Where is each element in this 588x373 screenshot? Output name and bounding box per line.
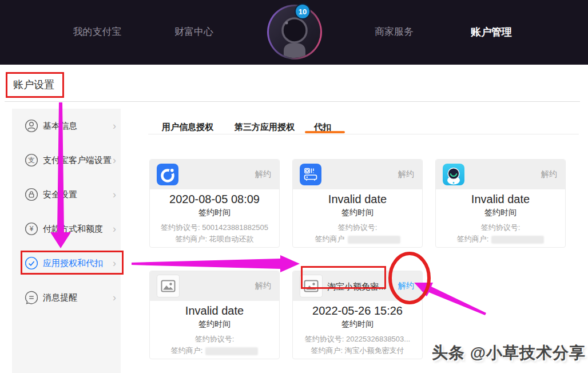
- signing-date-label: 签约时间: [436, 208, 565, 218]
- message-icon: [25, 291, 38, 304]
- signing-date-label: 签约时间: [150, 208, 279, 218]
- page-title: 账户设置: [13, 78, 54, 92]
- nav-item-wealth-center[interactable]: 财富中心: [174, 25, 213, 38]
- chevron-right-icon: ›: [113, 189, 116, 200]
- redacted-merchant-value: [491, 236, 544, 244]
- withholding-card-2: 解约 Invalid date 签约时间 签约协议号: 签约商户: [292, 159, 423, 248]
- robot-app-icon: [443, 164, 464, 185]
- sidebar-item-app-authorization[interactable]: 应用授权和代扣 ›: [12, 252, 121, 275]
- annotation-arrow-right: [132, 255, 300, 272]
- svg-text:¥: ¥: [29, 225, 34, 233]
- nav-item-merchant-services[interactable]: 商家服务: [375, 25, 414, 38]
- withholding-card-3: 解约 Invalid date 签约时间 签约协议号: 签约商户:: [435, 159, 566, 248]
- tab-divider: [148, 134, 579, 134]
- sidebar-item-client-settings[interactable]: 支 支付宝客户端设置 ›: [12, 149, 121, 172]
- withholding-card-taobao: 淘宝小额免密... 解约 2022-05-26 15:26 签约时间 签约协议号…: [292, 271, 423, 359]
- nav-item-account-management[interactable]: 账户管理: [471, 25, 512, 39]
- merchant-line: 签约商户: 淘宝小额免密支付: [293, 346, 422, 356]
- sidebar-item-label: 应用授权和代扣: [43, 258, 103, 269]
- nav-item-my-alipay[interactable]: 我的支付宝: [73, 25, 122, 38]
- image-placeholder-icon: [157, 275, 180, 297]
- signing-date: Invalid date: [150, 304, 279, 318]
- unbind-link[interactable]: 解约: [255, 281, 271, 291]
- active-tab-underline: [305, 131, 345, 133]
- tab-user-info-authorization[interactable]: 用户信息授权: [162, 122, 213, 133]
- merchant-label: 签约商户:: [457, 235, 489, 243]
- chevron-right-icon: ›: [113, 224, 116, 234]
- sidebar-item-label: 基本信息: [43, 121, 77, 132]
- title-divider: [5, 101, 580, 102]
- merchant-line: 签约商户:: [150, 346, 279, 356]
- chevron-right-icon: ›: [113, 292, 116, 303]
- withholding-card-4: 解约 Invalid date 签约时间 签约协议号: 签约商户:: [149, 271, 280, 359]
- chevron-right-icon: ›: [113, 121, 116, 131]
- agreement-number: 签约协议号: 5001423881882505: [150, 223, 279, 233]
- alipay-client-icon: 支: [25, 153, 38, 167]
- agreement-number: 签约协议号:: [150, 334, 279, 344]
- sidebar-item-payment-methods[interactable]: ¥ 付款方式和额度 ›: [12, 217, 121, 240]
- top-nav-bar: 我的支付宝 财富中心 商家服务 账户管理 10: [0, 0, 588, 65]
- watermark: 头条 @小草技术分享: [432, 342, 586, 364]
- annotation-box-page-title: 账户设置: [6, 72, 64, 98]
- redacted-merchant-value: [205, 347, 258, 355]
- check-icon: [25, 256, 38, 270]
- signing-date-label: 签约时间: [293, 319, 422, 330]
- redacted-merchant-value: [348, 236, 400, 244]
- chevron-right-icon: ›: [113, 258, 116, 268]
- unbind-link[interactable]: 解约: [541, 169, 557, 180]
- agreement-number: 签约协议号:: [436, 223, 565, 233]
- unbind-link[interactable]: 解约: [255, 169, 271, 180]
- chevron-right-icon: ›: [113, 155, 116, 165]
- card-title: 淘宝小额免密...: [327, 281, 386, 292]
- merchant-line: 签约商户: 花呗自动还款: [150, 234, 279, 244]
- merchant-label: 签约商户: [315, 235, 345, 243]
- sidebar-item-label: 付款方式和额度: [43, 224, 103, 235]
- unbind-link[interactable]: 解约: [398, 169, 414, 180]
- sidebar-item-label: 消息提醒: [43, 292, 77, 303]
- sidebar-item-security-settings[interactable]: 安全设置 ›: [12, 183, 121, 206]
- sidebar-item-label: 安全设置: [43, 189, 77, 200]
- user-icon: [25, 119, 38, 133]
- signing-date: Invalid date: [293, 193, 422, 206]
- sidebar-item-message-reminders[interactable]: 消息提醒 ›: [12, 286, 121, 309]
- sidebar-item-label: 支付宝客户端设置: [43, 155, 112, 166]
- yuan-icon: ¥: [25, 222, 38, 236]
- merchant-line: 签约商户:: [436, 234, 565, 244]
- svg-text:支: 支: [28, 156, 35, 164]
- agreement-number: 签约协议号: 20225326838503...: [293, 334, 422, 344]
- signing-date: 2020-08-05 08:09: [150, 193, 279, 206]
- sidebar-item-basic-info[interactable]: 基本信息 ›: [12, 114, 121, 137]
- tab-third-party-authorization[interactable]: 第三方应用授权: [235, 122, 295, 133]
- withholding-card-huabei: 解约 2020-08-05 08:09 签约时间 签约协议号: 50014238…: [149, 159, 280, 248]
- huabei-app-icon: [157, 164, 178, 185]
- notification-badge: 10: [295, 3, 311, 19]
- lock-icon: [25, 188, 38, 201]
- pos-device-app-icon: [300, 164, 321, 185]
- avatar[interactable]: 10: [267, 5, 322, 59]
- merchant-line: 签约商户: [293, 234, 422, 244]
- signing-date: Invalid date: [436, 193, 565, 206]
- agreement-number: 签约协议号:: [293, 223, 422, 233]
- annotation-arrow-diagonal: [414, 283, 486, 315]
- settings-sidebar: 基本信息 › 支 支付宝客户端设置 › 安全设置 › ¥: [12, 109, 121, 373]
- signing-date-label: 签约时间: [150, 319, 279, 330]
- account-settings-page: 我的支付宝 财富中心 商家服务 账户管理 10 账户设置 基本信息: [0, 0, 588, 373]
- merchant-label: 签约商户:: [171, 346, 203, 355]
- signing-date-label: 签约时间: [293, 208, 422, 218]
- unbind-link[interactable]: 解约: [398, 281, 414, 291]
- signing-date: 2022-05-26 15:26: [293, 304, 422, 318]
- image-placeholder-icon: [300, 275, 323, 297]
